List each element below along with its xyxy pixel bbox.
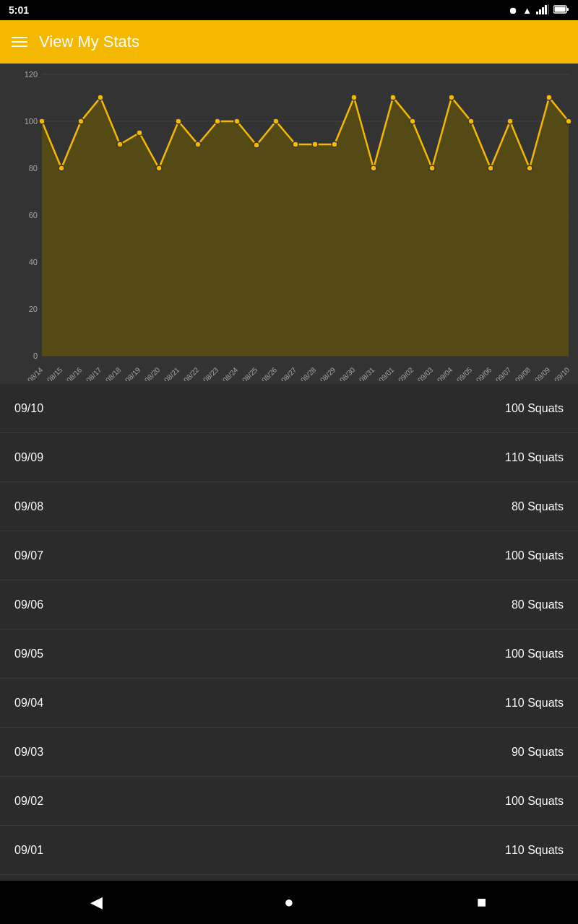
svg-rect-3	[545, 5, 547, 14]
stat-value: 100 Squats	[505, 549, 564, 562]
svg-text:08/30: 08/30	[338, 365, 357, 381]
stat-date: 09/01	[14, 844, 43, 857]
stat-row[interactable]: 09/07100 Squats	[0, 531, 578, 580]
svg-text:08/20: 08/20	[143, 365, 162, 381]
svg-point-47	[468, 118, 474, 124]
stat-row[interactable]: 09/09110 Squats	[0, 433, 578, 482]
svg-point-28	[98, 95, 103, 100]
svg-point-36	[254, 142, 259, 148]
stat-row[interactable]: 09/05100 Squats	[0, 629, 578, 679]
svg-rect-7	[555, 6, 566, 12]
battery-icon	[553, 5, 569, 16]
stats-list: 09/10100 Squats09/09110 Squats09/0880 Sq…	[0, 384, 578, 881]
svg-point-33	[195, 141, 201, 147]
status-bar: 5:01 ⏺ ▲	[0, 0, 578, 20]
stat-value: 90 Squats	[512, 746, 564, 759]
stat-row[interactable]: 09/10100 Squats	[0, 384, 578, 433]
stat-value: 110 Squats	[505, 451, 564, 464]
svg-text:09/02: 09/02	[397, 365, 415, 381]
recents-button[interactable]: ■	[460, 881, 504, 924]
svg-point-27	[78, 118, 84, 124]
svg-text:08/21: 08/21	[163, 365, 181, 381]
signal-icon	[536, 4, 549, 17]
svg-text:09/08: 09/08	[514, 365, 532, 381]
stat-date: 09/06	[14, 598, 43, 611]
svg-point-31	[156, 165, 162, 171]
chart-container: 0 20 40 60 80 100 120	[0, 64, 578, 384]
bottom-nav: ◀ ● ■	[0, 881, 578, 924]
svg-text:08/16: 08/16	[65, 365, 84, 381]
svg-point-42	[371, 165, 376, 171]
svg-text:09/10: 09/10	[553, 365, 571, 381]
svg-text:08/31: 08/31	[358, 365, 376, 381]
svg-point-40	[332, 141, 337, 147]
stat-row[interactable]: 09/0680 Squats	[0, 580, 578, 629]
svg-text:09/05: 09/05	[455, 365, 474, 381]
wifi-icon: ▲	[522, 5, 532, 16]
svg-text:09/04: 09/04	[436, 365, 454, 381]
svg-rect-1	[539, 9, 541, 14]
status-time: 5:01	[9, 4, 29, 16]
stat-date: 09/09	[14, 451, 43, 464]
svg-text:08/17: 08/17	[85, 365, 103, 381]
svg-text:20: 20	[29, 305, 38, 313]
stat-value: 80 Squats	[512, 500, 564, 513]
app-bar: View My Stats	[0, 20, 578, 64]
stat-date: 09/05	[14, 648, 43, 661]
svg-text:09/09: 09/09	[533, 365, 552, 381]
svg-rect-2	[542, 7, 544, 14]
stat-value: 100 Squats	[505, 402, 564, 415]
back-button[interactable]: ◀	[74, 881, 118, 924]
svg-point-37	[273, 118, 279, 124]
stat-row[interactable]: 09/02100 Squats	[0, 777, 578, 826]
svg-text:08/22: 08/22	[182, 365, 201, 381]
svg-point-50	[527, 165, 532, 171]
stat-date: 09/02	[14, 795, 43, 808]
app-title: View My Stats	[39, 32, 139, 51]
stat-row[interactable]: 09/04110 Squats	[0, 679, 578, 728]
svg-text:08/28: 08/28	[299, 365, 318, 381]
stat-date: 09/08	[14, 500, 43, 513]
svg-point-39	[312, 141, 318, 147]
svg-text:0: 0	[33, 352, 38, 360]
svg-point-26	[59, 165, 64, 171]
home-button[interactable]: ●	[267, 881, 311, 924]
svg-text:08/29: 08/29	[319, 365, 337, 381]
stat-row[interactable]: 09/0390 Squats	[0, 728, 578, 777]
stat-date: 09/10	[14, 402, 43, 415]
svg-point-41	[351, 95, 357, 100]
svg-point-51	[546, 95, 552, 100]
svg-point-35	[234, 118, 240, 124]
stat-value: 100 Squats	[505, 648, 564, 661]
stat-value: 110 Squats	[505, 844, 564, 857]
hamburger-menu[interactable]	[12, 37, 27, 47]
svg-text:08/19: 08/19	[124, 365, 142, 381]
svg-rect-6	[567, 8, 569, 11]
svg-rect-4	[548, 4, 549, 14]
stat-value: 80 Squats	[512, 598, 564, 611]
svg-text:08/24: 08/24	[221, 365, 240, 381]
svg-text:60: 60	[29, 211, 38, 219]
svg-point-46	[449, 95, 454, 100]
svg-text:80: 80	[29, 164, 38, 173]
stat-row[interactable]: 09/01110 Squats	[0, 826, 578, 875]
svg-point-34	[215, 118, 220, 124]
svg-text:08/27: 08/27	[280, 365, 298, 381]
svg-text:100: 100	[25, 117, 38, 126]
svg-point-38	[293, 141, 298, 147]
stat-date: 09/07	[14, 549, 43, 562]
svg-text:09/06: 09/06	[475, 365, 493, 381]
svg-text:40: 40	[29, 258, 38, 266]
svg-point-32	[176, 118, 181, 124]
svg-point-45	[429, 165, 435, 171]
stat-date: 09/03	[14, 746, 43, 759]
stat-date: 09/04	[14, 697, 43, 710]
stat-value: 100 Squats	[505, 795, 564, 808]
svg-point-44	[410, 118, 415, 124]
svg-point-49	[507, 118, 513, 124]
svg-point-25	[39, 118, 45, 124]
svg-point-30	[137, 130, 142, 136]
svg-point-29	[117, 141, 123, 147]
svg-text:08/23: 08/23	[202, 365, 220, 381]
stat-row[interactable]: 09/0880 Squats	[0, 482, 578, 531]
